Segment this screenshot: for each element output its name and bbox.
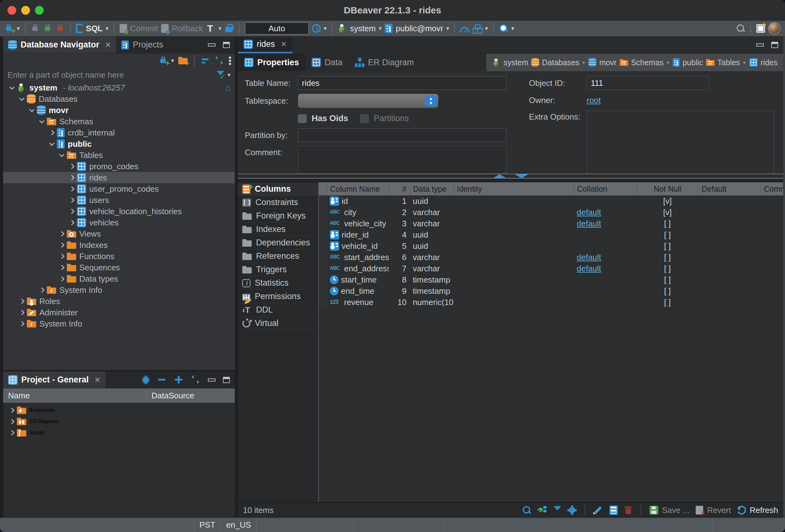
transaction-history-button[interactable]: ▾ bbox=[312, 24, 327, 33]
section-references[interactable]: References bbox=[238, 250, 318, 263]
new-connection-button[interactable]: +▾ bbox=[4, 24, 20, 33]
breadcrumb-schemas[interactable]: Schemas▾ bbox=[619, 58, 670, 67]
extra-options-textarea[interactable] bbox=[587, 111, 774, 175]
tree-item-users[interactable]: users bbox=[3, 195, 235, 206]
tree-item-databases[interactable]: Databases bbox=[3, 93, 235, 105]
tree-item-tables[interactable]: Tables bbox=[3, 150, 235, 161]
refresh-icon[interactable] bbox=[736, 505, 747, 516]
locale-indicator[interactable]: en_US bbox=[221, 518, 256, 532]
chevron-down-icon[interactable] bbox=[9, 84, 15, 90]
tree-item-sequences[interactable]: Sequences bbox=[3, 262, 235, 273]
chevron-right-icon[interactable] bbox=[9, 408, 15, 413]
active-connection-select[interactable]: system▾ bbox=[337, 24, 382, 33]
collapse-icon[interactable] bbox=[157, 375, 167, 385]
search-button[interactable]: ▾ bbox=[499, 24, 514, 33]
timezone-indicator[interactable]: PST bbox=[194, 518, 221, 532]
tree-item-roles[interactable]: Roles bbox=[3, 296, 235, 307]
collapse-down-icon[interactable] bbox=[514, 174, 528, 178]
chevron-down-icon[interactable] bbox=[39, 118, 45, 124]
chevron-down-icon[interactable] bbox=[29, 107, 35, 112]
breadcrumb-tables[interactable]: Tables▾ bbox=[706, 58, 746, 67]
chevron-right-icon[interactable] bbox=[59, 254, 65, 259]
settings-gear-icon[interactable] bbox=[142, 376, 150, 384]
tab-database-navigator[interactable]: Database Navigator ✕ bbox=[3, 36, 116, 53]
col-header-not-null[interactable]: Not Null bbox=[637, 182, 698, 196]
filter-dropdown-icon[interactable]: ▾ bbox=[228, 72, 230, 78]
revert-button[interactable]: Revert bbox=[707, 505, 731, 515]
new-folder-icon[interactable]: + bbox=[178, 56, 188, 65]
col-header-data-type[interactable]: Data type bbox=[410, 182, 453, 196]
col-header-column-name[interactable]: Column Name bbox=[327, 182, 389, 196]
user-avatar[interactable] bbox=[768, 22, 781, 35]
editor-tab-rides[interactable]: rides ✕ bbox=[238, 36, 293, 53]
collation-link[interactable]: default bbox=[577, 219, 601, 229]
splitter-sash[interactable] bbox=[238, 174, 783, 179]
object-id-input[interactable] bbox=[587, 76, 709, 90]
disconnect-icon[interactable] bbox=[56, 24, 65, 33]
chevron-right-icon[interactable] bbox=[19, 299, 25, 304]
minimize-panel-icon[interactable] bbox=[208, 378, 216, 381]
section-permissions[interactable]: Permissions bbox=[238, 290, 318, 303]
grid-row-id[interactable]: id 1 uuid [v] bbox=[319, 196, 783, 207]
chevron-down-icon[interactable] bbox=[49, 141, 55, 146]
edit-column-icon[interactable] bbox=[593, 505, 603, 515]
maximize-panel-icon[interactable] bbox=[223, 377, 230, 383]
view-menu-icon[interactable] bbox=[229, 56, 231, 65]
grid-row-rider-id[interactable]: rider_id 4 uuid [ ] bbox=[319, 229, 783, 240]
chevron-right-icon[interactable] bbox=[59, 265, 65, 270]
chevron-right-icon[interactable] bbox=[39, 287, 45, 293]
quick-search-icon[interactable] bbox=[736, 24, 745, 33]
minimize-window-button[interactable] bbox=[21, 6, 30, 15]
column-header-datasource[interactable]: DataSource bbox=[147, 390, 235, 401]
tree-item-views[interactable]: Views bbox=[3, 228, 235, 239]
subtab-properties[interactable]: Properties bbox=[238, 54, 305, 71]
breadcrumb-public[interactable]: public bbox=[672, 58, 703, 67]
grid-row-vehicle-city[interactable]: vehicle_city 3 varchar default [ ] bbox=[319, 218, 783, 229]
comment-textarea[interactable] bbox=[298, 146, 506, 175]
grid-settings-icon[interactable] bbox=[568, 506, 576, 514]
grid-row-end-time[interactable]: end_time 9 timestamp [ ] bbox=[319, 285, 783, 297]
tree-item-promo-codes[interactable]: promo_codes bbox=[3, 161, 235, 172]
tasks-button[interactable]: ▾ bbox=[473, 24, 488, 33]
tree-item-indexes[interactable]: Indexes bbox=[3, 239, 235, 251]
grid-row-start-address[interactable]: start_address 6 varchar default [ ] bbox=[319, 252, 783, 263]
save-icon[interactable] bbox=[650, 506, 658, 514]
lock-icon[interactable] bbox=[225, 24, 234, 33]
tree-item-system-info-db[interactable]: iSystem Info bbox=[3, 284, 235, 296]
expand-up-icon[interactable] bbox=[493, 174, 506, 178]
chevron-down-icon[interactable] bbox=[59, 152, 65, 157]
connect-icon[interactable] bbox=[31, 24, 40, 33]
link-with-editor-icon[interactable] bbox=[215, 56, 224, 65]
tree-item-vehicle-location-histories[interactable]: vehicle_location_histories bbox=[3, 206, 235, 217]
section-columns[interactable]: Columns bbox=[238, 182, 318, 196]
zoom-window-button[interactable] bbox=[35, 6, 44, 15]
new-connection-small-button[interactable]: +▾ bbox=[159, 56, 174, 65]
sql-editor-button[interactable]: SQL▾ bbox=[76, 24, 109, 33]
tree-item-system[interactable]: system- localhost:26257⌂ bbox=[3, 82, 235, 93]
grid-row-start-time[interactable]: start_time 8 timestamp [ ] bbox=[319, 274, 783, 285]
close-tab-icon[interactable]: ✕ bbox=[281, 40, 287, 49]
grid-row-end-address[interactable]: end_address 7 varchar default [ ] bbox=[319, 263, 783, 274]
chevron-right-icon[interactable] bbox=[19, 310, 25, 315]
breadcrumb-movr[interactable]: movr bbox=[588, 58, 617, 67]
grid-search-icon[interactable] bbox=[522, 505, 531, 515]
close-tab-icon[interactable]: ✕ bbox=[105, 41, 111, 49]
delete-column-icon[interactable] bbox=[624, 505, 633, 515]
tree-item-schemas[interactable]: Schemas bbox=[3, 116, 235, 127]
tree-item-crdb-internal[interactable]: crdb_internal bbox=[3, 127, 235, 138]
section-indexes[interactable]: Indexes bbox=[238, 223, 318, 236]
link-with-editor-icon[interactable] bbox=[191, 375, 200, 385]
chevron-right-icon[interactable] bbox=[69, 175, 75, 180]
maximize-editor-icon[interactable] bbox=[771, 42, 778, 48]
object-filter-input[interactable] bbox=[7, 70, 213, 80]
subtab-er-diagram[interactable]: ER Diagram bbox=[349, 54, 420, 71]
tab-project-general[interactable]: Project - General ✕ bbox=[3, 372, 105, 388]
chevron-right-icon[interactable] bbox=[69, 220, 75, 225]
col-header-identity[interactable]: Identity bbox=[453, 182, 574, 196]
chevron-right-icon[interactable] bbox=[69, 186, 75, 192]
tree-item-data-types[interactable]: Data types bbox=[3, 273, 235, 284]
chevron-right-icon[interactable] bbox=[69, 198, 75, 203]
chevron-right-icon[interactable] bbox=[9, 430, 15, 435]
tree-item-functions[interactable]: Functions bbox=[3, 251, 235, 262]
chevron-right-icon[interactable] bbox=[59, 231, 65, 237]
